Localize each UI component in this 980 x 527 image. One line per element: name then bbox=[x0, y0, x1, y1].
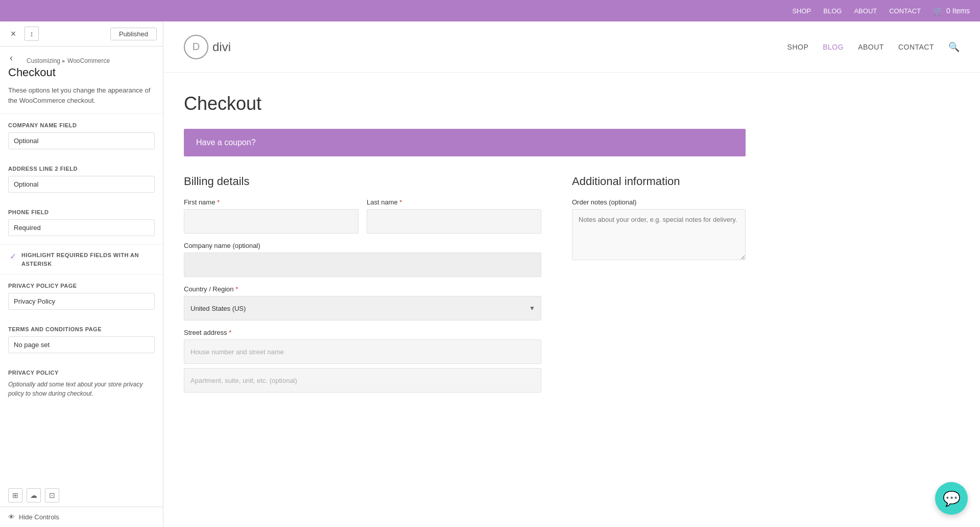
checkout-content: Checkout Have a coupon? Billing details … bbox=[163, 73, 766, 413]
topbar-blog-link[interactable]: BLOG bbox=[823, 7, 842, 15]
phone-field-input[interactable] bbox=[8, 219, 155, 236]
nav-about[interactable]: ABOUT bbox=[858, 43, 884, 51]
privacy-policy-text-section: PRIVACY POLICY bbox=[0, 361, 163, 380]
preview-area: D divi SHOP BLOG ABOUT CONTACT 🔍 Checkou… bbox=[163, 21, 980, 527]
preview-nav-links: SHOP BLOG ABOUT CONTACT 🔍 bbox=[787, 41, 960, 53]
name-row: First name * Last name * bbox=[184, 198, 541, 234]
sidebar-header: × ↕ Published bbox=[0, 21, 163, 47]
additional-section: Additional information Order notes (opti… bbox=[572, 175, 746, 393]
sidebar-icon-btn-2[interactable]: ☁ bbox=[27, 488, 41, 502]
cart-count: 0 Items bbox=[946, 7, 970, 15]
company-group: Company name (optional) bbox=[184, 242, 541, 277]
close-button[interactable]: × bbox=[6, 27, 20, 41]
company-field-label: COMPANY NAME FIELD bbox=[8, 122, 155, 128]
breadcrumb-child: WooCommerce bbox=[67, 57, 110, 64]
highlight-required-row: ✓ HIGHLIGHT REQUIRED FIELDS WITH AN ASTE… bbox=[0, 244, 163, 274]
address2-field-label: ADDRESS LINE 2 FIELD bbox=[8, 166, 155, 172]
back-button[interactable]: ‹ bbox=[4, 51, 18, 65]
chat-widget[interactable]: 💬 bbox=[935, 482, 968, 515]
topbar-contact-link[interactable]: CONTACT bbox=[889, 7, 921, 15]
privacy-policy-input[interactable] bbox=[8, 293, 155, 310]
search-icon[interactable]: 🔍 bbox=[948, 41, 960, 53]
first-name-required: * bbox=[217, 198, 220, 206]
privacy-policy-label: PRIVACY POLICY PAGE bbox=[8, 283, 155, 289]
sidebar-icon-btn-1[interactable]: ⊞ bbox=[8, 488, 22, 502]
breadcrumb: Customizing ▸ WooCommerce bbox=[18, 51, 118, 64]
coupon-bar[interactable]: Have a coupon? bbox=[184, 129, 746, 156]
street-input[interactable]: House number and street name bbox=[184, 339, 541, 364]
billing-section: Billing details First name * Last name bbox=[184, 175, 541, 393]
nav-blog[interactable]: BLOG bbox=[823, 43, 844, 51]
terms-label: TERMS AND CONDITIONS PAGE bbox=[8, 326, 155, 332]
address2-field-section: ADDRESS LINE 2 FIELD bbox=[0, 157, 163, 201]
company-field-section: COMPANY NAME FIELD bbox=[0, 114, 163, 157]
company-field-input[interactable] bbox=[8, 132, 155, 149]
sort-button[interactable]: ↕ bbox=[25, 27, 39, 41]
hide-controls-label: Hide Controls bbox=[19, 513, 59, 521]
company-input[interactable] bbox=[184, 253, 541, 277]
order-notes-textarea[interactable] bbox=[572, 209, 746, 260]
eye-icon: 👁 bbox=[8, 513, 15, 521]
checkbox-label: HIGHLIGHT REQUIRED FIELDS WITH AN ASTERI… bbox=[21, 251, 155, 268]
apt-input[interactable]: Apartment, suite, unit, etc. (optional) bbox=[184, 368, 541, 393]
checkout-title: Checkout bbox=[184, 93, 746, 114]
apt-group: Apartment, suite, unit, etc. (optional) bbox=[184, 368, 541, 393]
sidebar-title: Checkout bbox=[0, 65, 163, 85]
cart-icon: 🛒 bbox=[933, 6, 943, 16]
sidebar-description: These options let you change the appeara… bbox=[0, 85, 163, 114]
logo-letter: D bbox=[193, 41, 200, 53]
first-name-label: First name * bbox=[184, 198, 358, 206]
company-label: Company name (optional) bbox=[184, 242, 541, 249]
country-select[interactable]: United States (US) bbox=[184, 296, 541, 320]
breadcrumb-parent: Customizing bbox=[27, 57, 60, 64]
topbar-about-link[interactable]: ABOUT bbox=[854, 7, 877, 15]
first-name-group: First name * bbox=[184, 198, 358, 234]
phone-field-label: PHONE FIELD bbox=[8, 209, 155, 215]
street-label: Street address * bbox=[184, 329, 541, 336]
order-notes-label: Order notes (optional) bbox=[572, 198, 746, 206]
site-logo: D divi bbox=[184, 35, 231, 59]
street-required: * bbox=[229, 329, 231, 336]
published-button[interactable]: Published bbox=[110, 28, 157, 40]
checkbox-checked-icon: ✓ bbox=[8, 251, 17, 261]
checkout-columns: Billing details First name * Last name bbox=[184, 175, 746, 393]
logo-circle: D bbox=[184, 35, 208, 59]
billing-title: Billing details bbox=[184, 175, 541, 188]
order-notes-group: Order notes (optional) bbox=[572, 198, 746, 260]
terms-section: TERMS AND CONDITIONS PAGE bbox=[0, 318, 163, 361]
topbar-nav: SHOP BLOG ABOUT CONTACT 🛒 0 Items bbox=[792, 6, 970, 16]
chat-bubble-icon: 💬 bbox=[943, 490, 961, 507]
last-name-required: * bbox=[399, 198, 402, 206]
privacy-policy-section: PRIVACY POLICY PAGE bbox=[0, 274, 163, 318]
street-group: Street address * House number and street… bbox=[184, 329, 541, 364]
customizer-sidebar: × ↕ Published ‹ Customizing ▸ WooCommerc… bbox=[0, 21, 163, 527]
country-group: Country / Region * United States (US) ▼ bbox=[184, 285, 541, 320]
hide-controls-bar[interactable]: 👁 Hide Controls bbox=[0, 507, 163, 527]
address2-field-input[interactable] bbox=[8, 176, 155, 193]
last-name-input[interactable] bbox=[367, 209, 541, 234]
privacy-policy-text-label: PRIVACY POLICY bbox=[8, 370, 155, 376]
phone-field-section: PHONE FIELD bbox=[0, 201, 163, 244]
country-label: Country / Region * bbox=[184, 285, 541, 293]
logo-text: divi bbox=[212, 40, 231, 54]
terms-input[interactable] bbox=[8, 336, 155, 353]
breadcrumb-separator: ▸ bbox=[62, 57, 65, 64]
first-name-input[interactable] bbox=[184, 209, 358, 234]
additional-title: Additional information bbox=[572, 175, 746, 188]
country-select-wrapper: United States (US) ▼ bbox=[184, 296, 541, 320]
admin-topbar: SHOP BLOG ABOUT CONTACT 🛒 0 Items bbox=[0, 0, 980, 21]
nav-shop[interactable]: SHOP bbox=[787, 43, 809, 51]
last-name-group: Last name * bbox=[367, 198, 541, 234]
nav-contact[interactable]: CONTACT bbox=[898, 43, 934, 51]
last-name-label: Last name * bbox=[367, 198, 541, 206]
topbar-shop-link[interactable]: SHOP bbox=[792, 7, 811, 15]
preview-nav: D divi SHOP BLOG ABOUT CONTACT 🔍 bbox=[163, 21, 980, 73]
privacy-policy-description: Optionally add some text about your stor… bbox=[0, 380, 163, 406]
sidebar-icon-btn-3[interactable]: ⊡ bbox=[45, 488, 59, 502]
topbar-cart[interactable]: 🛒 0 Items bbox=[933, 6, 970, 16]
country-required: * bbox=[235, 285, 238, 293]
